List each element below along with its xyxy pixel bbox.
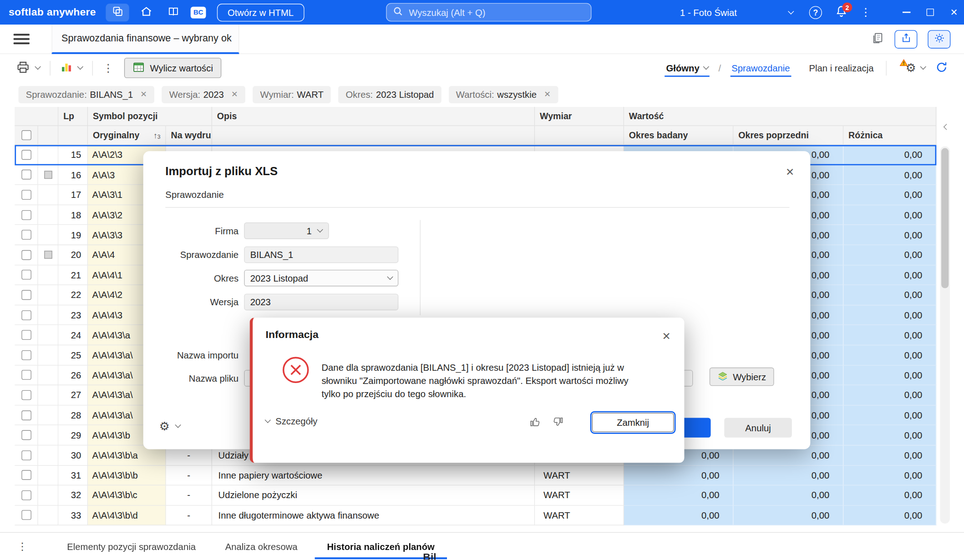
row-checkbox[interactable]: [21, 150, 31, 160]
warning-icon: [899, 58, 908, 69]
row-checkbox[interactable]: [21, 410, 31, 420]
zamknij-button[interactable]: Zamknij: [592, 413, 674, 432]
cell-lp: 31: [58, 465, 88, 485]
view-tab-plan-i-realizacja[interactable]: Plan i realizacja: [791, 54, 875, 82]
vertical-scrollbar[interactable]: [940, 146, 950, 523]
firma-select[interactable]: 1: [244, 222, 329, 239]
workspaces-button[interactable]: [106, 3, 129, 21]
document-tab[interactable]: Sprawozdania finansowe – wybrany ok: [51, 24, 239, 54]
row-checkbox[interactable]: [21, 370, 31, 380]
share-icon: [900, 33, 911, 45]
filter-chip[interactable]: Sprawozdanie: BILANS_1 ✕: [19, 86, 155, 103]
row-checkbox[interactable]: [21, 510, 31, 520]
scrollbar-thumb[interactable]: [941, 148, 949, 288]
header-lp[interactable]: Lp: [58, 107, 88, 126]
thumbs-down-icon[interactable]: [552, 416, 564, 430]
filter-label: Wartości:: [456, 89, 494, 100]
filter-label: Wymiar:: [260, 89, 294, 100]
header-symbol-pozycji[interactable]: Symbol pozycji: [88, 107, 212, 126]
anuluj-button[interactable]: Anuluj: [724, 418, 792, 438]
row-checkbox[interactable]: [21, 450, 31, 460]
minimize-button[interactable]: [903, 12, 911, 13]
row-checkbox[interactable]: [21, 330, 31, 340]
collapse-panel-button[interactable]: [941, 121, 951, 131]
search-input[interactable]: [409, 7, 584, 18]
sort-indicator-icon[interactable]: ↑3: [153, 131, 161, 140]
view-tab-glowny[interactable]: Główny: [665, 54, 709, 82]
refresh-button[interactable]: [935, 61, 948, 75]
gear-icon[interactable]: ⚙: [159, 420, 170, 432]
select-all-checkbox[interactable]: [21, 130, 31, 140]
chart-button[interactable]: [60, 61, 72, 75]
home-button[interactable]: [137, 3, 156, 21]
print-button[interactable]: [16, 60, 30, 76]
maximize-button[interactable]: [927, 9, 934, 16]
close-icon[interactable]: ✕: [786, 166, 794, 179]
thumbs-up-icon[interactable]: [529, 416, 541, 430]
chart-dropdown-icon[interactable]: [77, 64, 83, 70]
filter-chip[interactable]: Wersja: 2023 ✕: [162, 86, 246, 103]
bottom-tab[interactable]: Analiza okresowa: [210, 532, 312, 560]
more-options-icon[interactable]: ⋮: [860, 7, 871, 18]
row-checkbox[interactable]: [21, 350, 31, 360]
global-search[interactable]: [386, 3, 591, 22]
print-dropdown-icon[interactable]: [35, 64, 41, 70]
row-checkbox[interactable]: [21, 290, 31, 300]
row-checkbox[interactable]: [21, 190, 31, 200]
pages-button[interactable]: [872, 32, 884, 46]
row-checkbox[interactable]: [21, 210, 31, 220]
remove-filter-icon[interactable]: ✕: [231, 90, 238, 99]
row-checkbox[interactable]: [21, 490, 31, 500]
remove-filter-icon[interactable]: ✕: [140, 90, 147, 99]
header-okres-badany[interactable]: Okres badany: [624, 126, 733, 145]
row-checkbox[interactable]: [21, 390, 31, 400]
sprawozdanie-field[interactable]: BILANS_1: [244, 247, 398, 263]
close-icon[interactable]: ✕: [662, 330, 670, 343]
row-checkbox[interactable]: [21, 430, 31, 440]
table-row[interactable]: 33 A\A\4\3\b\d - Inne długoterminowe akt…: [15, 505, 936, 525]
details-toggle[interactable]: Szczegóły: [266, 416, 318, 426]
row-checkbox[interactable]: [21, 230, 31, 240]
wersja-field[interactable]: 2023: [244, 294, 398, 310]
filter-chip[interactable]: Okres: 2023 Listopad ✕: [338, 86, 441, 103]
theme-button[interactable]: [928, 30, 950, 49]
row-checkbox[interactable]: [21, 310, 31, 320]
header-okres-poprzedni[interactable]: Okres poprzedni: [734, 126, 844, 145]
row-checkbox[interactable]: [21, 250, 31, 260]
hamburger-menu-icon[interactable]: [14, 31, 30, 47]
bottom-more-icon[interactable]: ⋮: [17, 540, 28, 553]
filter-chip[interactable]: Wymiar: WART ✕: [253, 86, 331, 103]
settings-cluster[interactable]: ⚙: [906, 62, 925, 74]
topbar-right-icons: ? 2 ⋮: [809, 0, 871, 25]
window-close-button[interactable]: ✕: [950, 7, 958, 18]
bc-icon[interactable]: BC: [191, 6, 206, 18]
notifications-button[interactable]: 2: [834, 4, 848, 20]
header-oryginalny[interactable]: Oryginalny ↑3: [88, 126, 166, 145]
bottom-tab[interactable]: Elementy pozycji sprawozdania: [52, 532, 211, 560]
row-checkbox[interactable]: [21, 170, 31, 180]
header-wartosc[interactable]: Wartość: [624, 107, 936, 126]
header-wymiar[interactable]: Wymiar: [535, 107, 624, 126]
row-checkbox[interactable]: [21, 270, 31, 280]
news-button[interactable]: [163, 3, 183, 21]
settings-dropdown-icon[interactable]: [920, 64, 926, 70]
help-icon[interactable]: ?: [809, 6, 822, 19]
calc-values-button[interactable]: Wylicz wartości: [124, 58, 222, 78]
filter-chip[interactable]: Wartości: wszystkie ✕: [449, 86, 558, 103]
wybierz-button[interactable]: Wybierz: [710, 368, 774, 386]
dialog-settings[interactable]: ⚙: [159, 420, 180, 432]
company-selector[interactable]: 1 - Foto Świat: [678, 0, 796, 25]
header-roznica[interactable]: Różnica: [843, 126, 936, 145]
view-tab-sprawozdanie[interactable]: Sprawozdanie: [731, 54, 791, 82]
refresh-icon: [935, 61, 948, 75]
remove-filter-icon[interactable]: ✕: [544, 90, 551, 99]
toolbar-more-icon[interactable]: ⋮: [103, 61, 114, 75]
share-button[interactable]: [894, 30, 917, 49]
header-na-wydruku[interactable]: Na wydru: [166, 126, 212, 145]
row-checkbox[interactable]: [21, 470, 31, 480]
open-in-html-button[interactable]: Otwórz w HTML: [217, 3, 304, 21]
table-row[interactable]: 31 A\A\4\3\b\b - Inne papiery wartościow…: [15, 465, 936, 485]
table-row[interactable]: 32 A\A\4\3\b\c - Udzielone pożyczki WART…: [15, 485, 936, 505]
header-opis[interactable]: Opis: [212, 107, 535, 126]
okres-select[interactable]: 2023 Listopad: [244, 270, 398, 286]
